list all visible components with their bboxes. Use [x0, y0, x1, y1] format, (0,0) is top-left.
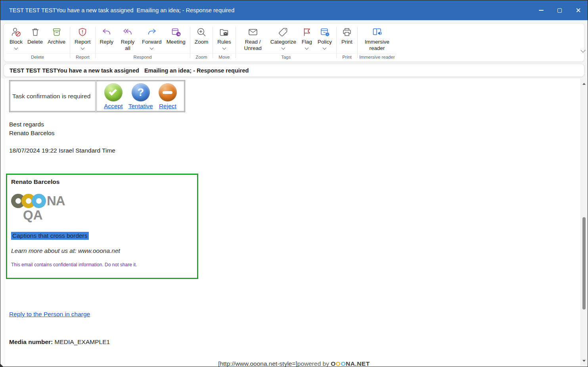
ribbon-divider: [236, 27, 236, 58]
maximize-icon: [557, 8, 562, 13]
reject-icon[interactable]: [159, 83, 177, 101]
task-confirmation-table: Task confirmation is required Accept ? T…: [9, 80, 185, 112]
chevron-down-icon: [150, 46, 154, 50]
block-label: Block: [10, 39, 23, 45]
zoom-icon: [195, 26, 207, 38]
chevron-down-icon: [323, 46, 327, 50]
rules-label: Rules: [217, 39, 231, 45]
archive-icon: [51, 26, 63, 38]
reject-link[interactable]: Reject: [159, 103, 176, 110]
rules-icon: [218, 26, 230, 38]
window-controls: ✕: [532, 0, 588, 20]
delete-icon: [29, 26, 41, 38]
sender-name: Renato Barcelos: [9, 129, 576, 138]
reply-all-button[interactable]: Reply all: [116, 26, 140, 52]
chevron-down-icon: [222, 46, 226, 50]
zoom-button[interactable]: Zoom: [192, 26, 211, 45]
tentative-action[interactable]: ? Tentative: [128, 83, 153, 110]
ribbon-group-label: Immersive reader: [358, 53, 396, 61]
footer-url-prefix: [http://www.ooona.net-style=]: [218, 360, 297, 367]
scrollbar-thumb[interactable]: [582, 217, 586, 310]
tentative-icon[interactable]: ?: [132, 83, 150, 101]
categorize-icon: [277, 26, 289, 38]
signature-learn-more: Learn more about us at: www.ooona.net: [11, 247, 193, 254]
footer-powered-by: [http://www.ooona.net-style=]powered by …: [0, 360, 588, 367]
minimize-button[interactable]: [532, 0, 550, 20]
policy-button[interactable]: Policy: [315, 26, 334, 49]
print-button[interactable]: Print: [339, 26, 355, 45]
ribbon-group-zoom: Zoom Zoom: [191, 23, 213, 61]
flag-button[interactable]: Flag: [299, 26, 315, 49]
read-unread-button[interactable]: Read / Unread: [238, 26, 268, 52]
reply-label: Reply: [100, 39, 114, 45]
task-confirmation-message: Task confirmation is required: [10, 81, 96, 111]
read-unread-icon: [247, 26, 259, 38]
media-number-label: Media number:: [9, 338, 53, 345]
chevron-down-icon: [281, 46, 285, 50]
signature-tagline: Captions that cross borders: [11, 232, 89, 240]
reply-to-person-link[interactable]: Reply to the Person in charge: [9, 311, 90, 317]
closing-text: Best regards: [9, 120, 576, 129]
read-unread-label: Read / Unread: [240, 39, 266, 52]
flag-label: Flag: [302, 39, 312, 45]
footer-powered-text: powered by: [297, 360, 331, 367]
resize-grip[interactable]: [0, 364, 3, 367]
scroll-down-icon[interactable]: [582, 360, 586, 362]
tentative-link[interactable]: Tentative: [128, 103, 153, 110]
subject-bar: TEST TEST TESTYou have a new task assign…: [4, 64, 584, 77]
archive-label: Archive: [48, 39, 65, 45]
ribbon-divider: [357, 27, 358, 58]
delete-button[interactable]: Delete: [25, 26, 45, 45]
ribbon-group-move: Rules Move: [213, 23, 235, 61]
logo-na-text: NA: [47, 193, 65, 208]
ribbon-group-label: Print: [337, 53, 357, 61]
outlook-message-window: TEST TEST TESTYou have a new task assign…: [0, 0, 588, 367]
ribbon-group-respond: Reply Reply all Forward: [96, 23, 190, 61]
accept-action[interactable]: Accept: [104, 83, 123, 110]
check-glyph: [109, 88, 117, 96]
meeting-icon: [170, 26, 182, 38]
accept-link[interactable]: Accept: [104, 103, 123, 110]
logo-ring-blue-icon: [32, 194, 46, 208]
ribbon-group-print: Print Print: [337, 23, 357, 61]
ribbon-area: Block Delete: [0, 20, 588, 78]
ribbon-divider: [190, 27, 190, 58]
report-icon: [77, 26, 88, 38]
print-label: Print: [341, 39, 352, 45]
ooona-logo: NA: [11, 193, 193, 208]
meeting-button[interactable]: Meeting: [164, 26, 188, 45]
ribbon-group-label: Zoom: [191, 53, 213, 61]
ribbon-group-tags: Read / Unread Categorize: [236, 23, 336, 61]
maximize-button[interactable]: [550, 0, 569, 20]
report-button[interactable]: Report: [72, 26, 93, 49]
forward-button[interactable]: Forward: [140, 26, 164, 49]
timestamp: 18/07/2024 19:22 Israel Standard Time: [9, 146, 576, 155]
rules-button[interactable]: Rules: [215, 26, 234, 49]
block-button[interactable]: Block: [7, 26, 25, 49]
vertical-scrollbar[interactable]: [580, 78, 587, 366]
ribbon-divider: [70, 27, 70, 58]
subject-primary: TEST TEST TESTYou have a new task assign…: [10, 67, 139, 74]
reply-button[interactable]: Reply: [98, 26, 116, 45]
signature-name: Renato Barcelos: [11, 178, 193, 185]
signature-box: Renato Barcelos NA QA Captions that cros…: [6, 174, 198, 279]
ribbon: Block Delete: [4, 23, 584, 62]
immersive-reader-button[interactable]: Immersive reader: [360, 26, 395, 52]
ribbon-group-label: Tags: [236, 53, 336, 61]
forward-label: Forward: [142, 39, 162, 45]
ribbon-group-report: Report Report: [71, 23, 95, 61]
ribbon-group-delete: Block Delete: [6, 23, 69, 61]
titlebar: TEST TEST TESTYou have a new task assign…: [0, 0, 588, 20]
ribbon-divider: [336, 27, 337, 58]
chevron-down-icon: [305, 46, 309, 50]
accept-icon[interactable]: [104, 83, 123, 101]
reply-icon: [101, 26, 113, 38]
close-button[interactable]: ✕: [569, 0, 588, 20]
scroll-up-icon[interactable]: [582, 83, 586, 85]
archive-button[interactable]: Archive: [45, 26, 68, 45]
close-icon: ✕: [575, 7, 581, 14]
categorize-button[interactable]: Categorize: [268, 26, 299, 49]
immersive-reader-label: Immersive reader: [362, 39, 392, 52]
reject-action[interactable]: Reject: [159, 83, 177, 110]
minus-glyph: [163, 91, 172, 94]
